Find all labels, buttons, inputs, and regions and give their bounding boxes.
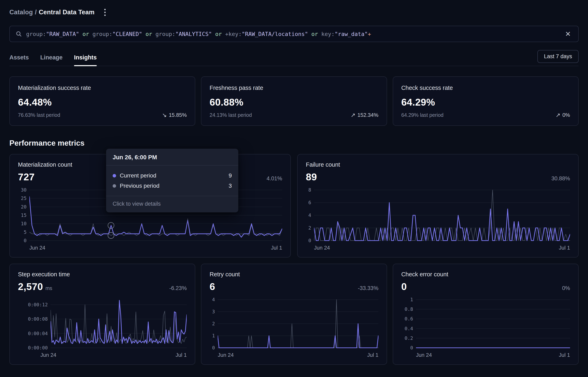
y-axis: 0:00:120:00:080:00:040:00:00 (18, 297, 51, 349)
x-axis: Jun 24 Jul 1 (29, 245, 282, 251)
line-chart[interactable] (218, 297, 378, 349)
charts-row-2: Step execution time 2,570 ms -6.23% 0:00… (9, 264, 579, 365)
summary-card-last-period: 64.29% last period (401, 112, 444, 118)
trend-up-icon: ↗ (555, 112, 560, 118)
summary-card-value: 64.29% (401, 97, 570, 108)
x-label-end: Jul 1 (367, 352, 378, 358)
chart-delta: -6.23% (169, 285, 187, 291)
tooltip-timestamp: Jun 26, 6:00 PM (106, 149, 238, 166)
x-axis: Jun 24 Jul 1 (218, 352, 378, 358)
breadcrumb: Catalog/Central Data Team (9, 8, 579, 17)
breadcrumb-separator: / (33, 9, 39, 16)
previous-period-dot-icon (113, 184, 116, 188)
x-label-end: Jul 1 (176, 352, 187, 358)
summary-card-delta: 152.34% (357, 112, 378, 118)
line-chart[interactable] (416, 297, 570, 349)
section-title-performance-metrics: Performance metrics (9, 139, 579, 147)
tooltip-value: 9 (229, 172, 232, 179)
charts-row-1: Materialization count 727 4.01% 30252015… (9, 154, 579, 258)
summary-card-check-success: Check success rate 64.29% 64.29% last pe… (393, 76, 579, 126)
chart-card-failure-count[interactable]: Failure count 89 30.88% 86420 Jun 24 Jul… (297, 154, 579, 258)
tooltip-value: 3 (229, 183, 232, 189)
tab-lineage[interactable]: Lineage (40, 49, 63, 66)
tooltip-row-previous: Previous period 3 (113, 181, 232, 191)
summary-card-freshness-pass: Freshness pass rate 60.88% 24.13% last p… (201, 76, 387, 126)
tooltip-row-current: Current period 9 (113, 171, 232, 181)
chart-delta: 30.88% (551, 176, 570, 182)
tab-insights[interactable]: Insights (74, 49, 97, 66)
chart-delta: 4.01% (266, 176, 282, 182)
clear-search-icon[interactable]: ✕ (564, 29, 573, 39)
chart-title: Failure count (306, 161, 570, 168)
x-label-end: Jul 1 (271, 245, 282, 251)
summary-card-delta: 0% (562, 112, 570, 118)
x-label-start: Jun 24 (40, 352, 56, 358)
summary-card-materialization-success: Materialization success rate 64.48% 76.6… (9, 76, 195, 126)
tabs-bar: Assets Lineage Insights Last 7 days (9, 49, 579, 66)
line-chart[interactable] (51, 297, 187, 349)
chart-value-unit: ms (45, 285, 52, 291)
chart-value: 727 (18, 171, 35, 183)
tooltip-footer: Click to view details (106, 196, 238, 212)
summary-card-last-period: 24.13% last period (210, 112, 252, 118)
search-icon (15, 31, 22, 37)
y-axis: 302520151050 (18, 188, 29, 241)
search-input[interactable]: group:"RAW_DATA" or group:"CLEANED" or g… (26, 31, 564, 37)
x-label-end: Jul 1 (559, 352, 570, 358)
x-axis: Jun 24 Jul 1 (40, 352, 187, 358)
chart-title: Step execution time (18, 271, 187, 278)
y-axis: 43210 (210, 297, 218, 349)
chart-card-step-execution-time[interactable]: Step execution time 2,570 ms -6.23% 0:00… (9, 264, 195, 365)
x-label-end: Jul 1 (559, 245, 570, 251)
chart-value: 89 (306, 171, 317, 183)
summary-card-delta: 15.85% (169, 112, 187, 118)
chart-value: 2,570 (18, 281, 43, 292)
breadcrumb-current: Central Data Team (39, 9, 94, 16)
current-period-dot-icon (113, 174, 116, 177)
search-bar[interactable]: group:"RAW_DATA" or group:"CLEANED" or g… (9, 26, 579, 42)
x-axis: Jun 24 Jul 1 (416, 352, 570, 358)
x-label-start: Jun 24 (218, 352, 233, 358)
chart-value: 6 (210, 281, 215, 292)
summary-card-title: Check success rate (401, 84, 570, 91)
trend-down-icon: ↘ (162, 112, 167, 118)
tooltip-label: Current period (120, 172, 156, 179)
summary-cards: Materialization success rate 64.48% 76.6… (9, 76, 579, 126)
y-axis: 10.80.60.40.20 (401, 297, 416, 349)
chart-delta: 0% (562, 285, 570, 291)
chart-value: 0 (401, 281, 407, 292)
kebab-menu-icon[interactable] (101, 7, 109, 18)
insights-page: Catalog/Central Data Team group:"RAW_DAT… (0, 8, 588, 365)
x-label-start: Jun 24 (29, 245, 45, 251)
breadcrumb-catalog-link[interactable]: Catalog (9, 9, 33, 16)
date-range-button[interactable]: Last 7 days (537, 50, 579, 63)
chart-title: Retry count (210, 271, 378, 278)
summary-card-last-period: 76.63% last period (18, 112, 60, 118)
chart-title: Check error count (401, 271, 570, 278)
chart-delta: -33.33% (358, 285, 378, 291)
chart-tooltip: Jun 26, 6:00 PM Current period 9 Previou… (106, 149, 238, 212)
x-label-start: Jun 24 (416, 352, 432, 358)
line-chart[interactable] (314, 188, 570, 241)
trend-up-icon: ↗ (351, 112, 355, 118)
x-label-start: Jun 24 (314, 245, 330, 251)
chart-card-check-error-count[interactable]: Check error count 0 0% 10.80.60.40.20 Ju… (393, 264, 579, 365)
summary-card-value: 60.88% (210, 97, 378, 108)
summary-card-value: 64.48% (18, 97, 187, 108)
chart-card-retry-count[interactable]: Retry count 6 -33.33% 43210 Jun 24 Jul 1 (201, 264, 387, 365)
x-axis: Jun 24 Jul 1 (314, 245, 570, 251)
tooltip-label: Previous period (120, 183, 160, 189)
tab-assets[interactable]: Assets (9, 49, 29, 66)
y-axis: 86420 (306, 188, 314, 241)
summary-card-title: Materialization success rate (18, 84, 187, 91)
summary-card-title: Freshness pass rate (210, 84, 378, 91)
